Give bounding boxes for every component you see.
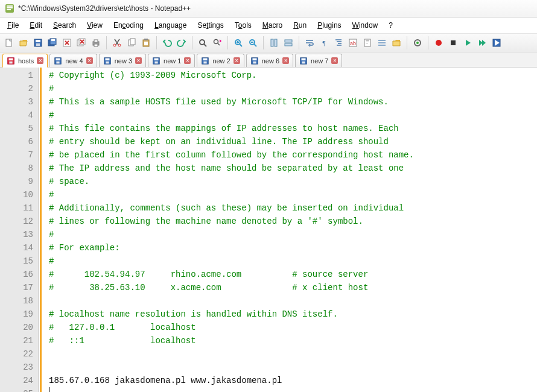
code-line[interactable]: # lines or following the machine name de… [49, 215, 537, 228]
paste-button[interactable] [139, 36, 153, 49]
copy-button[interactable] [125, 36, 138, 49]
code-line[interactable]: # [49, 228, 537, 241]
code-line[interactable] [49, 347, 537, 361]
menu-plugins[interactable]: Plugins [313, 20, 346, 31]
cut-button[interactable] [110, 36, 124, 49]
code-line[interactable]: # be placed in the first column followed… [49, 148, 537, 162]
replace-button[interactable] [211, 36, 224, 49]
tab-hosts[interactable]: hosts [2, 54, 48, 68]
menu-view[interactable]: View [82, 20, 107, 31]
redo-button[interactable] [175, 36, 188, 49]
record-button[interactable] [432, 36, 445, 49]
menu-edit[interactable]: Edit [25, 20, 47, 31]
code-line[interactable]: # 102.54.94.97 rhino.acme.com # source s… [49, 268, 537, 281]
save-icon [54, 57, 62, 65]
svg-rect-41 [378, 45, 386, 46]
close-all-button[interactable] [75, 36, 88, 49]
sync-h-button[interactable] [282, 36, 295, 49]
save-all-button[interactable] [46, 36, 59, 49]
wordwrap-button[interactable] [303, 36, 316, 49]
close-tab-icon[interactable] [282, 57, 289, 64]
record-icon [434, 38, 443, 48]
close-tab-icon[interactable] [331, 57, 338, 64]
tab-new-3[interactable]: new 3 [99, 54, 146, 67]
code-line[interactable]: # [49, 254, 537, 268]
close-tab-icon[interactable] [184, 57, 191, 64]
menu-encoding[interactable]: Encoding [109, 20, 148, 31]
doc-map-button[interactable] [361, 36, 374, 49]
editor[interactable]: 1234567891011121314151617181920212223242… [0, 68, 537, 392]
close-tab-icon[interactable] [86, 57, 93, 64]
code-line[interactable]: # ::1 localhost [49, 334, 537, 347]
tab-new-2[interactable]: new 2 [197, 54, 244, 67]
code-line[interactable]: # 127.0.0.1 localhost [49, 321, 537, 334]
open-button[interactable] [17, 36, 30, 49]
lang-button[interactable]: ab [346, 36, 360, 49]
menu-tools[interactable]: Tools [230, 20, 256, 31]
play-button[interactable] [461, 36, 474, 49]
code-line[interactable] [49, 387, 537, 392]
play-icon [463, 38, 472, 48]
code-line[interactable]: # [49, 188, 537, 201]
line-number: 24 [0, 374, 33, 387]
line-number: 2 [0, 82, 33, 95]
folder-button[interactable] [390, 36, 403, 49]
code-line[interactable]: # entry should be kept on an individual … [49, 135, 537, 148]
code-line[interactable]: # Copyright (c) 1993-2009 Microsoft Corp… [49, 69, 537, 82]
menu-macro[interactable]: Macro [258, 20, 287, 31]
zoom-in-button[interactable] [232, 36, 245, 49]
tab-strip: hostsnew 4new 3new 1new 2new 6new 7 [0, 52, 537, 68]
save-all-icon [48, 38, 57, 48]
indent-guide-icon [334, 38, 343, 48]
menu-settings[interactable]: Settings [192, 20, 228, 31]
code-line[interactable]: # For example: [49, 241, 537, 254]
sync-v-button[interactable] [267, 36, 281, 49]
tab-new-4[interactable]: new 4 [49, 54, 97, 67]
code-line[interactable]: 185.67.0.168 jakasdomena.pl www.jakasdom… [49, 374, 537, 387]
save-button[interactable] [31, 36, 45, 49]
menu-file[interactable]: File [2, 20, 24, 31]
code-line[interactable]: # [49, 82, 537, 95]
play-multi-button[interactable] [475, 36, 489, 49]
stop-button[interactable] [446, 36, 460, 49]
code-line[interactable] [49, 361, 537, 374]
func-list-button[interactable] [375, 36, 389, 49]
monitor-button[interactable] [411, 36, 424, 49]
code-line[interactable]: # [49, 109, 537, 122]
menu-language[interactable]: Language [150, 20, 191, 31]
print-button[interactable] [89, 36, 103, 49]
code-line[interactable]: # 38.25.63.10 x.acme.com # x client host [49, 281, 537, 294]
indent-guide-button[interactable] [332, 36, 345, 49]
close-tab-icon[interactable] [234, 57, 240, 64]
svg-rect-7 [36, 43, 40, 46]
svg-point-43 [416, 42, 419, 44]
close-button[interactable] [60, 36, 74, 49]
code-line[interactable]: # This file contains the mappings of IP … [49, 122, 537, 135]
svg-rect-61 [204, 61, 207, 63]
svg-text:¶: ¶ [323, 39, 326, 46]
save-macro-button[interactable] [490, 36, 503, 49]
code-area[interactable]: # Copyright (c) 1993-2009 Microsoft Corp… [40, 68, 537, 392]
close-tab-icon[interactable] [37, 57, 43, 64]
toolbar-separator [106, 36, 107, 49]
zoom-out-button[interactable] [246, 36, 259, 49]
line-number: 14 [0, 241, 33, 254]
code-line[interactable]: # This is a sample HOSTS file used by Mi… [49, 95, 537, 109]
new-file-button[interactable] [2, 36, 16, 49]
code-line[interactable]: # localhost name resolution is handled w… [49, 308, 537, 321]
code-line[interactable]: # space. [49, 175, 537, 188]
code-line[interactable]: # Additionally, comments (such as these)… [49, 201, 537, 215]
menu-help[interactable]: ? [384, 20, 398, 31]
menu-search[interactable]: Search [48, 20, 81, 31]
tab-new-6[interactable]: new 6 [246, 54, 293, 67]
code-line[interactable]: # The IP address and the host name shoul… [49, 162, 537, 175]
code-line[interactable] [49, 294, 537, 308]
menu-run[interactable]: Run [288, 20, 311, 31]
find-button[interactable] [196, 36, 209, 49]
tab-new-7[interactable]: new 7 [295, 54, 342, 67]
show-all-chars-button[interactable]: ¶ [317, 36, 331, 49]
close-tab-icon[interactable] [135, 57, 142, 64]
menu-window[interactable]: Window [348, 20, 383, 31]
undo-button[interactable] [160, 36, 174, 49]
tab-new-1[interactable]: new 1 [148, 54, 195, 67]
